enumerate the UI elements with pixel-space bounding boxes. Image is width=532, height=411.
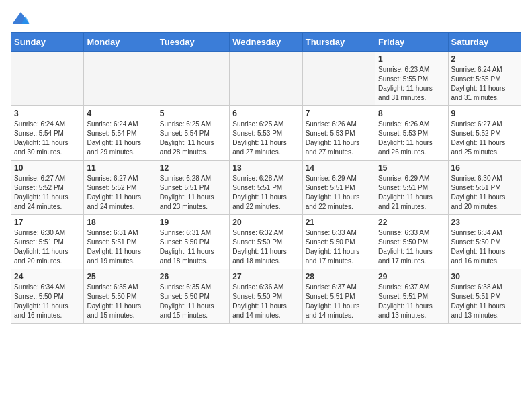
day-info: Sunrise: 6:29 AM Sunset: 5:51 PM Dayligh… <box>378 174 445 212</box>
header-day-tuesday: Tuesday <box>157 33 229 52</box>
calendar-cell: 17Sunrise: 6:30 AM Sunset: 5:51 PM Dayli… <box>11 215 84 269</box>
day-number: 1 <box>378 54 445 64</box>
day-info: Sunrise: 6:24 AM Sunset: 5:55 PM Dayligh… <box>451 65 518 103</box>
calendar-cell: 7Sunrise: 6:26 AM Sunset: 5:53 PM Daylig… <box>302 106 375 161</box>
day-number: 29 <box>378 272 445 281</box>
day-number: 28 <box>306 272 372 281</box>
day-number: 30 <box>451 272 518 281</box>
day-info: Sunrise: 6:34 AM Sunset: 5:50 PM Dayligh… <box>451 228 518 266</box>
header-day-friday: Friday <box>375 33 448 52</box>
day-info: Sunrise: 6:26 AM Sunset: 5:53 PM Dayligh… <box>378 120 445 157</box>
day-number: 2 <box>451 54 518 64</box>
day-number: 14 <box>306 163 372 173</box>
calendar-cell: 19Sunrise: 6:31 AM Sunset: 5:50 PM Dayli… <box>157 215 229 269</box>
day-number: 10 <box>14 163 81 173</box>
calendar-cell: 30Sunrise: 6:38 AM Sunset: 5:51 PM Dayli… <box>448 269 521 324</box>
calendar-cell: 26Sunrise: 6:35 AM Sunset: 5:50 PM Dayli… <box>157 269 229 324</box>
day-number: 13 <box>232 163 299 173</box>
calendar-body: 1Sunrise: 6:23 AM Sunset: 5:55 PM Daylig… <box>11 52 521 324</box>
day-info: Sunrise: 6:36 AM Sunset: 5:50 PM Dayligh… <box>232 283 299 320</box>
day-info: Sunrise: 6:27 AM Sunset: 5:52 PM Dayligh… <box>14 174 81 212</box>
day-number: 11 <box>87 163 153 173</box>
day-number: 8 <box>378 109 445 118</box>
day-number: 15 <box>378 163 445 173</box>
day-number: 9 <box>451 109 518 118</box>
week-row-0: 1Sunrise: 6:23 AM Sunset: 5:55 PM Daylig… <box>11 52 521 106</box>
calendar-cell: 27Sunrise: 6:36 AM Sunset: 5:50 PM Dayli… <box>230 269 302 324</box>
day-number: 22 <box>378 218 445 227</box>
calendar-cell: 1Sunrise: 6:23 AM Sunset: 5:55 PM Daylig… <box>375 52 448 106</box>
day-number: 17 <box>14 218 81 227</box>
header-day-monday: Monday <box>84 33 157 52</box>
calendar-cell: 18Sunrise: 6:31 AM Sunset: 5:51 PM Dayli… <box>84 215 157 269</box>
logo <box>11 11 34 27</box>
logo-icon <box>11 11 31 27</box>
calendar-cell: 29Sunrise: 6:37 AM Sunset: 5:51 PM Dayli… <box>375 269 448 324</box>
day-number: 3 <box>14 109 81 118</box>
day-info: Sunrise: 6:31 AM Sunset: 5:50 PM Dayligh… <box>160 228 226 266</box>
day-info: Sunrise: 6:26 AM Sunset: 5:53 PM Dayligh… <box>306 120 372 157</box>
day-number: 12 <box>160 163 226 173</box>
day-info: Sunrise: 6:28 AM Sunset: 5:51 PM Dayligh… <box>232 174 299 212</box>
day-info: Sunrise: 6:33 AM Sunset: 5:50 PM Dayligh… <box>306 228 372 266</box>
day-number: 27 <box>232 272 299 281</box>
calendar-header: SundayMondayTuesdayWednesdayThursdayFrid… <box>11 33 521 52</box>
calendar-cell <box>84 52 157 106</box>
header-day-wednesday: Wednesday <box>230 33 302 52</box>
calendar-cell: 4Sunrise: 6:24 AM Sunset: 5:54 PM Daylig… <box>84 106 157 161</box>
calendar-cell: 9Sunrise: 6:27 AM Sunset: 5:52 PM Daylig… <box>448 106 521 161</box>
day-info: Sunrise: 6:27 AM Sunset: 5:52 PM Dayligh… <box>87 174 153 212</box>
day-number: 4 <box>87 109 153 118</box>
calendar-cell: 28Sunrise: 6:37 AM Sunset: 5:51 PM Dayli… <box>302 269 375 324</box>
day-number: 25 <box>87 272 153 281</box>
day-info: Sunrise: 6:23 AM Sunset: 5:55 PM Dayligh… <box>378 65 445 103</box>
header-day-saturday: Saturday <box>448 33 521 52</box>
calendar-cell: 6Sunrise: 6:25 AM Sunset: 5:53 PM Daylig… <box>230 106 302 161</box>
calendar-cell: 16Sunrise: 6:30 AM Sunset: 5:51 PM Dayli… <box>448 161 521 215</box>
week-row-2: 10Sunrise: 6:27 AM Sunset: 5:52 PM Dayli… <box>11 161 521 215</box>
day-info: Sunrise: 6:30 AM Sunset: 5:51 PM Dayligh… <box>451 174 518 212</box>
day-info: Sunrise: 6:24 AM Sunset: 5:54 PM Dayligh… <box>14 120 81 157</box>
day-info: Sunrise: 6:30 AM Sunset: 5:51 PM Dayligh… <box>14 228 81 266</box>
calendar-cell <box>11 52 84 106</box>
day-info: Sunrise: 6:35 AM Sunset: 5:50 PM Dayligh… <box>87 283 153 320</box>
day-info: Sunrise: 6:38 AM Sunset: 5:51 PM Dayligh… <box>451 283 518 320</box>
day-number: 7 <box>306 109 372 118</box>
day-info: Sunrise: 6:37 AM Sunset: 5:51 PM Dayligh… <box>378 283 445 320</box>
day-number: 18 <box>87 218 153 227</box>
calendar-cell: 22Sunrise: 6:33 AM Sunset: 5:50 PM Dayli… <box>375 215 448 269</box>
day-number: 16 <box>451 163 518 173</box>
calendar-cell <box>230 52 302 106</box>
calendar-cell: 25Sunrise: 6:35 AM Sunset: 5:50 PM Dayli… <box>84 269 157 324</box>
day-info: Sunrise: 6:25 AM Sunset: 5:53 PM Dayligh… <box>232 120 299 157</box>
day-info: Sunrise: 6:28 AM Sunset: 5:51 PM Dayligh… <box>160 174 226 212</box>
calendar-cell: 3Sunrise: 6:24 AM Sunset: 5:54 PM Daylig… <box>11 106 84 161</box>
day-number: 23 <box>451 218 518 227</box>
day-info: Sunrise: 6:27 AM Sunset: 5:52 PM Dayligh… <box>451 120 518 157</box>
day-number: 26 <box>160 272 226 281</box>
calendar-cell: 2Sunrise: 6:24 AM Sunset: 5:55 PM Daylig… <box>448 52 521 106</box>
header-day-thursday: Thursday <box>302 33 375 52</box>
header-row: SundayMondayTuesdayWednesdayThursdayFrid… <box>11 33 521 52</box>
calendar-cell: 21Sunrise: 6:33 AM Sunset: 5:50 PM Dayli… <box>302 215 375 269</box>
day-info: Sunrise: 6:31 AM Sunset: 5:51 PM Dayligh… <box>87 228 153 266</box>
day-info: Sunrise: 6:25 AM Sunset: 5:54 PM Dayligh… <box>160 120 226 157</box>
calendar-cell: 15Sunrise: 6:29 AM Sunset: 5:51 PM Dayli… <box>375 161 448 215</box>
calendar-cell: 24Sunrise: 6:34 AM Sunset: 5:50 PM Dayli… <box>11 269 84 324</box>
day-number: 6 <box>232 109 299 118</box>
header-day-sunday: Sunday <box>11 33 84 52</box>
day-info: Sunrise: 6:24 AM Sunset: 5:54 PM Dayligh… <box>87 120 153 157</box>
calendar-cell: 12Sunrise: 6:28 AM Sunset: 5:51 PM Dayli… <box>157 161 229 215</box>
week-row-1: 3Sunrise: 6:24 AM Sunset: 5:54 PM Daylig… <box>11 106 521 161</box>
calendar-cell <box>157 52 229 106</box>
day-info: Sunrise: 6:37 AM Sunset: 5:51 PM Dayligh… <box>306 283 372 320</box>
calendar-cell: 8Sunrise: 6:26 AM Sunset: 5:53 PM Daylig… <box>375 106 448 161</box>
day-number: 20 <box>232 218 299 227</box>
day-number: 19 <box>160 218 226 227</box>
day-number: 24 <box>14 272 81 281</box>
day-info: Sunrise: 6:35 AM Sunset: 5:50 PM Dayligh… <box>160 283 226 320</box>
calendar-table: SundayMondayTuesdayWednesdayThursdayFrid… <box>11 32 521 324</box>
day-number: 5 <box>160 109 226 118</box>
calendar-cell: 14Sunrise: 6:29 AM Sunset: 5:51 PM Dayli… <box>302 161 375 215</box>
calendar-cell: 20Sunrise: 6:32 AM Sunset: 5:50 PM Dayli… <box>230 215 302 269</box>
